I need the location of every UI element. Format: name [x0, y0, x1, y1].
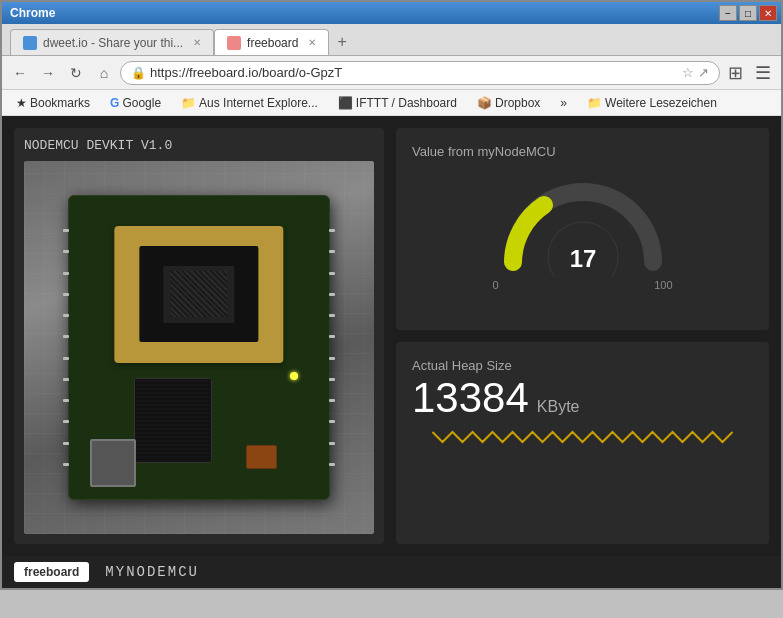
- back-button[interactable]: ←: [8, 61, 32, 85]
- tab-close-freeboard[interactable]: ✕: [308, 37, 316, 48]
- home-button[interactable]: ⌂: [92, 61, 116, 85]
- device-panel: NODEMCU DEVKIT V1.0: [14, 128, 384, 544]
- maximize-button[interactable]: □: [739, 5, 757, 21]
- tab-dweet[interactable]: dweet.io - Share your thi... ✕: [10, 29, 214, 55]
- settings-menu-icon[interactable]: ☰: [751, 62, 775, 84]
- address-text: https://freeboard.io/board/o-GpzT: [150, 65, 682, 80]
- title-bar-text: Chrome: [6, 6, 55, 20]
- title-bar-buttons: − □ ✕: [719, 5, 777, 21]
- folder-icon: 📁: [181, 96, 196, 110]
- bookmarks-star-icon: ★: [16, 96, 27, 110]
- device-image: [24, 161, 374, 534]
- sparkline: [412, 427, 753, 447]
- gauge-value-text: 17: [569, 245, 596, 272]
- gauge-panel: Value from myNodeMCU 17: [396, 128, 769, 330]
- bottom-bar: freeboard MYNODEMCU: [2, 556, 781, 588]
- gauge-svg: 17: [493, 167, 673, 277]
- tab-bar: dweet.io - Share your thi... ✕ freeboard…: [2, 24, 781, 56]
- gauge-labels: 0 100: [493, 279, 673, 291]
- google-label: Google: [122, 96, 161, 110]
- address-action-icon[interactable]: ↗: [698, 65, 709, 80]
- bookmark-ifttt[interactable]: ⬛ IFTTT / Dashboard: [332, 94, 463, 112]
- bookmark-star-icon[interactable]: ☆: [682, 65, 694, 80]
- close-button[interactable]: ✕: [759, 5, 777, 21]
- new-tab-button[interactable]: +: [329, 29, 354, 55]
- tab-label-freeboard: freeboard: [247, 36, 298, 50]
- title-bar: Chrome − □ ✕: [2, 2, 781, 24]
- gauge-min-label: 0: [493, 279, 499, 291]
- more-bookmarks-label: »: [560, 96, 567, 110]
- bookmark-google[interactable]: G Google: [104, 94, 167, 112]
- heap-unit: KByte: [537, 398, 580, 416]
- dropbox-icon: 📦: [477, 96, 492, 110]
- ifttt-icon: ⬛: [338, 96, 353, 110]
- address-right-icons: ☆ ↗: [682, 65, 709, 80]
- dropbox-label: Dropbox: [495, 96, 540, 110]
- tab-close-dweet[interactable]: ✕: [193, 37, 201, 48]
- tab-favicon-dweet: [23, 36, 37, 50]
- tab-freeboard[interactable]: freeboard ✕: [214, 29, 329, 55]
- bookmarks-bar: ★ Bookmarks G Google 📁 Aus Internet Expl…: [2, 90, 781, 116]
- right-panels: Value from myNodeMCU 17: [396, 128, 769, 544]
- gauge-container: 17: [493, 167, 673, 277]
- browser-window: Chrome − □ ✕ dweet.io - Share your thi..…: [0, 0, 783, 590]
- device-title: NODEMCU DEVKIT V1.0: [24, 138, 374, 153]
- minimize-button[interactable]: −: [719, 5, 737, 21]
- extensions-icon[interactable]: ⊞: [724, 62, 747, 84]
- bookmark-aus-internet[interactable]: 📁 Aus Internet Explore...: [175, 94, 324, 112]
- bookmarks-label: Bookmarks: [30, 96, 90, 110]
- forward-button[interactable]: →: [36, 61, 60, 85]
- board-name: MYNODEMCU: [105, 564, 199, 580]
- address-bar: ← → ↻ ⌂ 🔒 https://freeboard.io/board/o-G…: [2, 56, 781, 90]
- tab-label-dweet: dweet.io - Share your thi...: [43, 36, 183, 50]
- https-lock-icon: 🔒: [131, 66, 146, 80]
- weitere-folder-icon: 📁: [587, 96, 602, 110]
- dashboard: NODEMCU DEVKIT V1.0: [2, 116, 781, 556]
- ifttt-label: IFTTT / Dashboard: [356, 96, 457, 110]
- tab-favicon-freeboard: [227, 36, 241, 50]
- heap-label: Actual Heap Size: [412, 358, 753, 373]
- bookmark-weitere[interactable]: 📁 Weitere Lesezeichen: [581, 94, 723, 112]
- heap-value: 13384: [412, 377, 529, 419]
- google-icon: G: [110, 96, 119, 110]
- sparkline-svg: [412, 427, 753, 447]
- gauge-max-label: 100: [654, 279, 672, 291]
- freeboard-logo: freeboard: [14, 562, 89, 582]
- address-input-container[interactable]: 🔒 https://freeboard.io/board/o-GpzT ☆ ↗: [120, 61, 720, 85]
- gauge-label: Value from myNodeMCU: [412, 144, 556, 159]
- heap-panel: Actual Heap Size 13384 KByte: [396, 342, 769, 544]
- heap-value-row: 13384 KByte: [412, 377, 753, 419]
- bookmark-dropbox[interactable]: 📦 Dropbox: [471, 94, 546, 112]
- weitere-label: Weitere Lesezeichen: [605, 96, 717, 110]
- bookmark-bookmarks[interactable]: ★ Bookmarks: [10, 94, 96, 112]
- aus-internet-label: Aus Internet Explore...: [199, 96, 318, 110]
- more-bookmarks-button[interactable]: »: [554, 94, 573, 112]
- reload-button[interactable]: ↻: [64, 61, 88, 85]
- browser-content: NODEMCU DEVKIT V1.0: [2, 116, 781, 588]
